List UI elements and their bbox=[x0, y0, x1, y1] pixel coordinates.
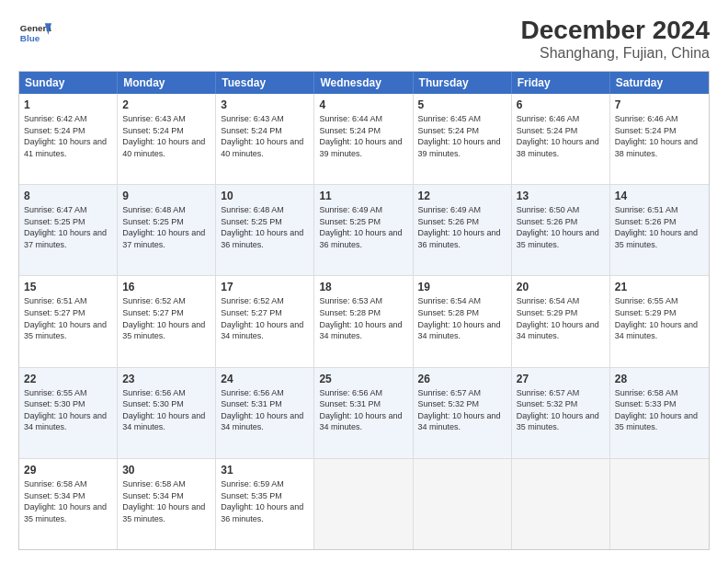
day-number: 6 bbox=[517, 98, 605, 112]
day-number: 20 bbox=[517, 280, 605, 294]
calendar-cell: 3Sunrise: 6:43 AMSunset: 5:24 PMDaylight… bbox=[216, 94, 314, 184]
sun-info: Sunrise: 6:49 AMSunset: 5:25 PMDaylight:… bbox=[319, 204, 407, 250]
day-number: 30 bbox=[122, 463, 210, 477]
day-number: 25 bbox=[319, 372, 407, 386]
day-number: 12 bbox=[418, 189, 506, 203]
sun-info: Sunrise: 6:55 AMSunset: 5:29 PMDaylight:… bbox=[615, 295, 704, 341]
calendar-cell: 29Sunrise: 6:58 AMSunset: 5:34 PMDayligh… bbox=[19, 459, 118, 549]
calendar-day-header: Friday bbox=[512, 72, 610, 94]
day-number: 26 bbox=[418, 372, 506, 386]
calendar-cell: 4Sunrise: 6:44 AMSunset: 5:24 PMDaylight… bbox=[314, 94, 413, 184]
day-number: 31 bbox=[221, 463, 309, 477]
sun-info: Sunrise: 6:56 AMSunset: 5:30 PMDaylight:… bbox=[122, 387, 210, 433]
calendar-week-row: 29Sunrise: 6:58 AMSunset: 5:34 PMDayligh… bbox=[19, 458, 709, 549]
calendar-cell: 22Sunrise: 6:55 AMSunset: 5:30 PMDayligh… bbox=[19, 368, 118, 458]
calendar-cell: 16Sunrise: 6:52 AMSunset: 5:27 PMDayligh… bbox=[118, 276, 216, 366]
sun-info: Sunrise: 6:53 AMSunset: 5:28 PMDaylight:… bbox=[319, 295, 407, 341]
calendar-cell: 7Sunrise: 6:46 AMSunset: 5:24 PMDaylight… bbox=[610, 94, 709, 184]
sun-info: Sunrise: 6:54 AMSunset: 5:28 PMDaylight:… bbox=[418, 295, 506, 341]
sun-info: Sunrise: 6:56 AMSunset: 5:31 PMDaylight:… bbox=[221, 387, 309, 433]
sun-info: Sunrise: 6:49 AMSunset: 5:26 PMDaylight:… bbox=[418, 204, 506, 250]
sun-info: Sunrise: 6:57 AMSunset: 5:32 PMDaylight:… bbox=[517, 387, 605, 433]
calendar: SundayMondayTuesdayWednesdayThursdayFrid… bbox=[18, 71, 710, 550]
day-number: 3 bbox=[221, 98, 309, 112]
calendar-week-row: 22Sunrise: 6:55 AMSunset: 5:30 PMDayligh… bbox=[19, 367, 709, 458]
sun-info: Sunrise: 6:43 AMSunset: 5:24 PMDaylight:… bbox=[122, 113, 210, 159]
calendar-cell: 14Sunrise: 6:51 AMSunset: 5:26 PMDayligh… bbox=[610, 185, 709, 275]
calendar-day-header: Sunday bbox=[19, 72, 118, 94]
sun-info: Sunrise: 6:42 AMSunset: 5:24 PMDaylight:… bbox=[24, 113, 112, 159]
sun-info: Sunrise: 6:45 AMSunset: 5:24 PMDaylight:… bbox=[418, 113, 506, 159]
sun-info: Sunrise: 6:50 AMSunset: 5:26 PMDaylight:… bbox=[517, 204, 605, 250]
calendar-cell bbox=[414, 459, 512, 549]
calendar-cell: 11Sunrise: 6:49 AMSunset: 5:25 PMDayligh… bbox=[314, 185, 413, 275]
day-number: 11 bbox=[319, 189, 407, 203]
day-number: 15 bbox=[24, 280, 112, 294]
calendar-cell: 31Sunrise: 6:59 AMSunset: 5:35 PMDayligh… bbox=[216, 459, 314, 549]
day-number: 14 bbox=[615, 189, 704, 203]
sun-info: Sunrise: 6:51 AMSunset: 5:26 PMDaylight:… bbox=[615, 204, 704, 250]
sun-info: Sunrise: 6:48 AMSunset: 5:25 PMDaylight:… bbox=[122, 204, 210, 250]
day-number: 21 bbox=[615, 280, 704, 294]
day-number: 4 bbox=[319, 98, 407, 112]
page: General Blue December 2024 Shanghang, Fu… bbox=[0, 0, 728, 563]
page-title: December 2024 bbox=[521, 17, 710, 45]
sun-info: Sunrise: 6:46 AMSunset: 5:24 PMDaylight:… bbox=[517, 113, 605, 159]
calendar-cell: 30Sunrise: 6:58 AMSunset: 5:34 PMDayligh… bbox=[118, 459, 216, 549]
calendar-header: SundayMondayTuesdayWednesdayThursdayFrid… bbox=[19, 72, 709, 94]
svg-text:Blue: Blue bbox=[20, 33, 40, 43]
day-number: 16 bbox=[122, 280, 210, 294]
sun-info: Sunrise: 6:47 AMSunset: 5:25 PMDaylight:… bbox=[24, 204, 112, 250]
calendar-week-row: 8Sunrise: 6:47 AMSunset: 5:25 PMDaylight… bbox=[19, 184, 709, 275]
calendar-cell: 24Sunrise: 6:56 AMSunset: 5:31 PMDayligh… bbox=[216, 368, 314, 458]
sun-info: Sunrise: 6:54 AMSunset: 5:29 PMDaylight:… bbox=[517, 295, 605, 341]
day-number: 13 bbox=[517, 189, 605, 203]
calendar-day-header: Saturday bbox=[610, 72, 709, 94]
calendar-cell: 5Sunrise: 6:45 AMSunset: 5:24 PMDaylight… bbox=[414, 94, 512, 184]
sun-info: Sunrise: 6:52 AMSunset: 5:27 PMDaylight:… bbox=[122, 295, 210, 341]
calendar-cell: 15Sunrise: 6:51 AMSunset: 5:27 PMDayligh… bbox=[19, 276, 118, 366]
sun-info: Sunrise: 6:56 AMSunset: 5:31 PMDaylight:… bbox=[319, 387, 407, 433]
day-number: 24 bbox=[221, 372, 309, 386]
calendar-cell: 1Sunrise: 6:42 AMSunset: 5:24 PMDaylight… bbox=[19, 94, 118, 184]
logo: General Blue bbox=[18, 17, 51, 50]
day-number: 9 bbox=[122, 189, 210, 203]
sun-info: Sunrise: 6:44 AMSunset: 5:24 PMDaylight:… bbox=[319, 113, 407, 159]
calendar-cell: 19Sunrise: 6:54 AMSunset: 5:28 PMDayligh… bbox=[414, 276, 512, 366]
sun-info: Sunrise: 6:55 AMSunset: 5:30 PMDaylight:… bbox=[24, 387, 112, 433]
day-number: 22 bbox=[24, 372, 112, 386]
page-subtitle: Shanghang, Fujian, China bbox=[521, 45, 710, 62]
calendar-cell: 8Sunrise: 6:47 AMSunset: 5:25 PMDaylight… bbox=[19, 185, 118, 275]
sun-info: Sunrise: 6:48 AMSunset: 5:25 PMDaylight:… bbox=[221, 204, 309, 250]
calendar-cell: 6Sunrise: 6:46 AMSunset: 5:24 PMDaylight… bbox=[512, 94, 610, 184]
calendar-cell: 20Sunrise: 6:54 AMSunset: 5:29 PMDayligh… bbox=[512, 276, 610, 366]
calendar-cell: 21Sunrise: 6:55 AMSunset: 5:29 PMDayligh… bbox=[610, 276, 709, 366]
general-blue-logo-icon: General Blue bbox=[18, 17, 51, 50]
sun-info: Sunrise: 6:58 AMSunset: 5:34 PMDaylight:… bbox=[122, 478, 210, 524]
calendar-cell: 18Sunrise: 6:53 AMSunset: 5:28 PMDayligh… bbox=[314, 276, 413, 366]
sun-info: Sunrise: 6:43 AMSunset: 5:24 PMDaylight:… bbox=[221, 113, 309, 159]
calendar-cell: 23Sunrise: 6:56 AMSunset: 5:30 PMDayligh… bbox=[118, 368, 216, 458]
sun-info: Sunrise: 6:51 AMSunset: 5:27 PMDaylight:… bbox=[24, 295, 112, 341]
day-number: 27 bbox=[517, 372, 605, 386]
calendar-cell: 2Sunrise: 6:43 AMSunset: 5:24 PMDaylight… bbox=[118, 94, 216, 184]
sun-info: Sunrise: 6:59 AMSunset: 5:35 PMDaylight:… bbox=[221, 478, 309, 524]
calendar-cell: 26Sunrise: 6:57 AMSunset: 5:32 PMDayligh… bbox=[414, 368, 512, 458]
day-number: 8 bbox=[24, 189, 112, 203]
day-number: 19 bbox=[418, 280, 506, 294]
calendar-cell: 13Sunrise: 6:50 AMSunset: 5:26 PMDayligh… bbox=[512, 185, 610, 275]
calendar-cell: 9Sunrise: 6:48 AMSunset: 5:25 PMDaylight… bbox=[118, 185, 216, 275]
sun-info: Sunrise: 6:58 AMSunset: 5:33 PMDaylight:… bbox=[615, 387, 704, 433]
calendar-body: 1Sunrise: 6:42 AMSunset: 5:24 PMDaylight… bbox=[19, 94, 709, 549]
calendar-cell: 17Sunrise: 6:52 AMSunset: 5:27 PMDayligh… bbox=[216, 276, 314, 366]
sun-info: Sunrise: 6:46 AMSunset: 5:24 PMDaylight:… bbox=[615, 113, 704, 159]
sun-info: Sunrise: 6:52 AMSunset: 5:27 PMDaylight:… bbox=[221, 295, 309, 341]
calendar-cell: 10Sunrise: 6:48 AMSunset: 5:25 PMDayligh… bbox=[216, 185, 314, 275]
day-number: 18 bbox=[319, 280, 407, 294]
calendar-cell: 27Sunrise: 6:57 AMSunset: 5:32 PMDayligh… bbox=[512, 368, 610, 458]
calendar-cell bbox=[512, 459, 610, 549]
day-number: 1 bbox=[24, 98, 112, 112]
day-number: 28 bbox=[615, 372, 704, 386]
title-block: December 2024 Shanghang, Fujian, China bbox=[521, 17, 710, 62]
calendar-week-row: 15Sunrise: 6:51 AMSunset: 5:27 PMDayligh… bbox=[19, 275, 709, 366]
